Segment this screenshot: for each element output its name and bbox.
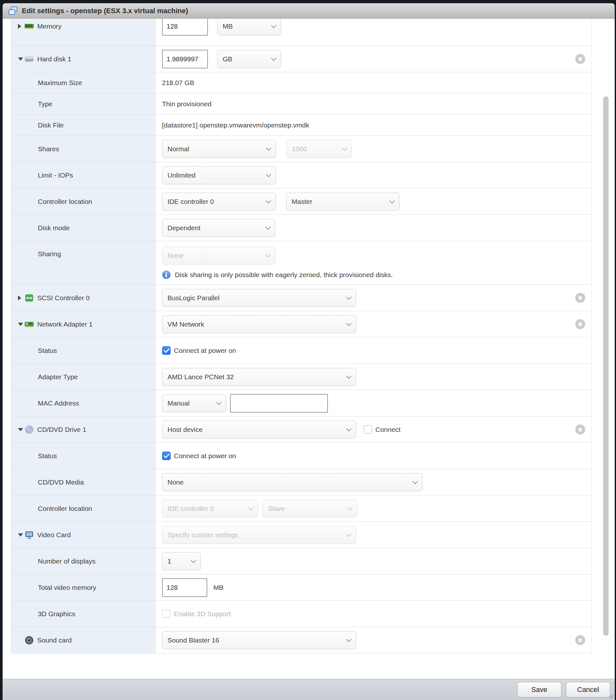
row-memory-label-cell: Memory — [11, 19, 156, 46]
scsi-controller-icon — [24, 293, 34, 303]
resize-grip-icon[interactable] — [607, 692, 614, 699]
row-number-of-displays: Number of displays1 — [11, 548, 592, 574]
enable-3d-checkbox[interactable] — [162, 610, 171, 618]
remove-scsi-controller-0-button[interactable] — [575, 293, 585, 303]
remove-sound-card-button[interactable] — [575, 635, 585, 645]
triangle-expanded-icon — [18, 58, 23, 61]
expander-hard-disk-1[interactable] — [18, 58, 23, 61]
cd-media-select[interactable]: None — [162, 473, 423, 491]
row-network-status: StatusConnect at power on — [11, 337, 592, 364]
memory-unit-select-value: MB — [223, 23, 233, 30]
adapter-type-select[interactable]: AMD Lance PCNet 32 — [162, 368, 356, 386]
row-network-status-label: Status — [38, 347, 57, 354]
row-controller-location-disk-label-cell: Controller location — [11, 188, 156, 214]
sound-card-select-value: Sound Blaster 16 — [167, 636, 219, 644]
shares-level-select[interactable]: Normal — [162, 140, 276, 158]
cd-controller-slot-select-value: Slave — [268, 505, 285, 512]
cd-connect-power-on-checkbox[interactable] — [162, 451, 171, 460]
row-3d-graphics-label-cell: 3D Graphics — [11, 601, 156, 627]
video-memory-unit-label: MB — [213, 584, 223, 591]
cd-connect-power-on-checkbox-label: Connect at power on — [174, 452, 236, 460]
video-settings-select[interactable]: Specify custom settings — [162, 526, 356, 544]
row-cd-dvd-drive-1-label: CD/DVD Drive 1 — [37, 426, 86, 434]
row-scsi-controller-0: SCSI Controller 0BusLogic Parallel — [11, 285, 592, 311]
row-total-video-memory-content: MB — [156, 574, 592, 600]
network-connect-checkbox[interactable] — [162, 346, 171, 355]
disk-file-value: [datastore1] openstep.vmwarevm/openstep.… — [162, 121, 309, 129]
cd-controller-select[interactable]: IDE controller 0 — [162, 500, 258, 517]
row-3d-graphics: 3D GraphicsEnable 3D Support — [11, 601, 592, 627]
cd-controller-slot-select[interactable]: Slave — [262, 500, 357, 517]
row-controller-location-cd-label-cell: Controller location — [11, 496, 156, 522]
row-controller-location-cd-content: IDE controller 0Slave — [156, 496, 592, 522]
row-mac-address-label-cell: MAC Address — [11, 390, 156, 416]
row-cd-dvd-drive-1-label-cell: CD/DVD Drive 1 — [11, 416, 156, 442]
mac-mode-select[interactable]: Manual — [162, 394, 226, 412]
row-disk-file: Disk File[datastore1] openstep.vmwarevm/… — [11, 115, 592, 136]
disk-unit-select-value: GB — [223, 55, 232, 63]
row-shares: SharesNormal1000 — [11, 136, 592, 162]
disk-controller-slot-select[interactable]: Master — [286, 193, 399, 211]
scsi-controller-type-select[interactable]: BusLogic Parallel — [162, 289, 356, 307]
scrollbar-thumb[interactable] — [603, 96, 608, 636]
row-maximum-size-label: Maximum Size — [38, 79, 82, 87]
memory-unit-select[interactable]: MB — [217, 19, 281, 35]
row-sharing-controls: None — [162, 247, 275, 265]
disk-controller-select[interactable]: IDE controller 0 — [162, 193, 276, 211]
row-shares-label-cell: Shares — [11, 136, 156, 162]
row-maximum-size-content: 218.07 GB — [156, 72, 592, 93]
cd-media-select-value: None — [167, 478, 183, 486]
row-network-adapter-1-content: VM Network — [156, 311, 592, 337]
cd-connect-checkbox[interactable] — [363, 425, 372, 434]
row-cd-dvd-media-content: None — [156, 469, 592, 495]
row-limit-iops-label-cell: Limit - IOPs — [11, 162, 156, 188]
save-button[interactable]: Save — [517, 682, 562, 697]
row-sound-card: Sound cardSound Blaster 16 — [11, 627, 592, 653]
disk-unit-select[interactable]: GB — [217, 50, 281, 68]
cancel-button[interactable]: Cancel — [566, 682, 610, 697]
chevron-down-icon — [248, 505, 254, 510]
cd-backing-select-value: Host device — [167, 426, 203, 434]
row-scsi-controller-0-content: BusLogic Parallel — [156, 285, 592, 311]
sharing-select[interactable]: None — [162, 247, 275, 265]
displays-select[interactable]: 1 — [162, 552, 201, 570]
chevron-down-icon — [271, 55, 277, 61]
disk-size-input[interactable] — [162, 50, 208, 68]
chevron-down-icon — [346, 636, 352, 642]
video-memory-input[interactable] — [162, 578, 207, 597]
mac-address-input[interactable] — [230, 394, 328, 413]
row-disk-file-content: [datastore1] openstep.vmwarevm/openstep.… — [156, 115, 592, 136]
row-video-card-label: Video Card — [37, 531, 71, 539]
row-sharing-label: Sharing — [38, 250, 61, 258]
expander-memory[interactable] — [18, 24, 23, 29]
remove-hard-disk-1-button[interactable] — [575, 54, 585, 64]
chevron-down-icon — [266, 145, 271, 151]
chevron-down-icon — [389, 198, 395, 203]
chevron-down-icon — [346, 373, 352, 378]
expander-network-adapter-1[interactable] — [18, 323, 23, 326]
expander-scsi-controller-0[interactable] — [18, 296, 23, 301]
cd-connect-checkbox-group: Connect — [363, 425, 400, 434]
row-mac-address-content: Manual — [156, 390, 592, 416]
row-cd-status-label: Status — [38, 452, 57, 460]
vm-window-icon — [8, 6, 18, 16]
disk-mode-select[interactable]: Dependent — [162, 219, 275, 237]
expander-cd-dvd-drive-1[interactable] — [18, 428, 23, 431]
cd-backing-select[interactable]: Host device — [162, 421, 356, 439]
row-3d-graphics-label: 3D Graphics — [38, 610, 75, 618]
limit-iops-select[interactable]: Unlimited — [162, 166, 276, 184]
row-memory-content: MB — [156, 19, 592, 46]
row-disk-mode-label-cell: Disk mode — [11, 215, 156, 241]
chevron-down-icon — [266, 172, 271, 177]
remove-cd-dvd-drive-1-button[interactable] — [575, 425, 585, 435]
shares-value-select[interactable]: 1000 — [286, 140, 352, 158]
expander-video-card[interactable] — [18, 533, 23, 537]
memory-size-input[interactable] — [162, 19, 208, 36]
network-select[interactable]: VM Network — [162, 315, 356, 333]
chevron-down-icon — [271, 23, 277, 28]
sound-card-select[interactable]: Sound Blaster 16 — [162, 631, 356, 649]
row-sharing-label-cell: Sharing — [11, 241, 156, 285]
row-adapter-type-label: Adapter Type — [38, 373, 78, 381]
remove-network-adapter-1-button[interactable] — [575, 319, 585, 329]
displays-select-value: 1 — [167, 558, 171, 565]
